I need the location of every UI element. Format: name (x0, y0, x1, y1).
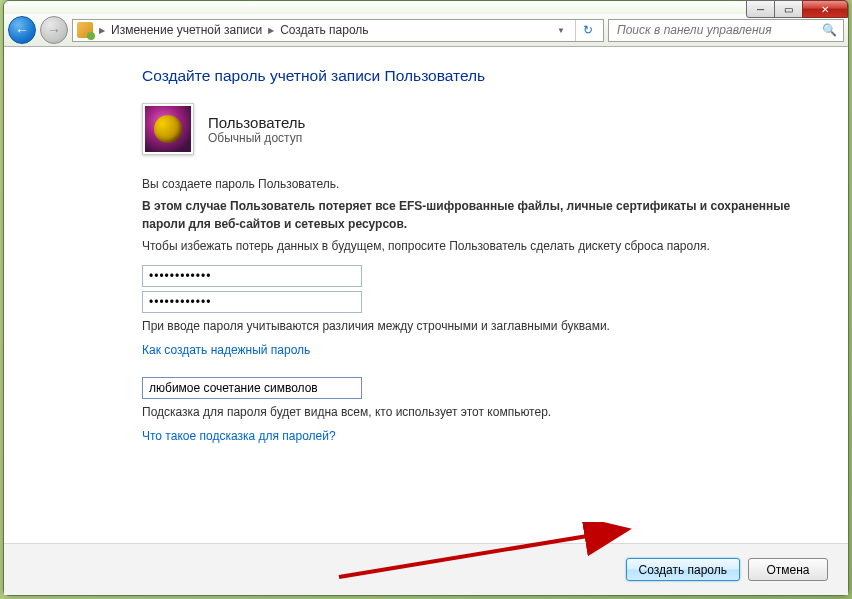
footer-bar: Создать пароль Отмена (4, 543, 848, 595)
password-inputs (142, 265, 810, 313)
window-frame: ─ ▭ ✕ ← → ▶ Изменение учетной записи ▶ С… (3, 0, 849, 596)
password-hint-input[interactable] (142, 377, 362, 399)
confirm-password-input[interactable] (142, 291, 362, 313)
user-name-label: Пользователь (208, 114, 305, 131)
hint-help-link[interactable]: Что такое подсказка для паролей? (142, 429, 336, 443)
avatar (142, 103, 194, 155)
control-panel-icon (77, 22, 93, 38)
chevron-right-icon: ▶ (268, 26, 274, 35)
user-type-label: Обычный доступ (208, 131, 305, 145)
address-bar[interactable]: ▶ Изменение учетной записи ▶ Создать пар… (72, 19, 604, 42)
chevron-right-icon: ▶ (99, 26, 105, 35)
titlebar: ─ ▭ ✕ (4, 1, 848, 14)
toolbar: ← → ▶ Изменение учетной записи ▶ Создать… (4, 14, 848, 47)
search-box[interactable]: 🔍 (608, 19, 844, 42)
window-controls: ─ ▭ ✕ (747, 0, 848, 18)
hint-visibility-note: Подсказка для пароля будет видна всем, к… (142, 403, 810, 421)
refresh-button[interactable]: ↻ (575, 20, 599, 41)
case-sensitivity-note: При вводе пароля учитываются различия ме… (142, 317, 810, 335)
new-password-input[interactable] (142, 265, 362, 287)
content-area: Создайте пароль учетной записи Пользоват… (4, 47, 848, 595)
close-button[interactable]: ✕ (802, 0, 848, 18)
info-line: Вы создаете пароль Пользователь. (142, 175, 810, 193)
cancel-button[interactable]: Отмена (748, 558, 828, 581)
breadcrumb-item[interactable]: Создать пароль (280, 23, 368, 37)
avatar-image (145, 106, 191, 152)
strong-password-link[interactable]: Как создать надежный пароль (142, 343, 310, 357)
maximize-button[interactable]: ▭ (774, 0, 803, 18)
breadcrumb-item[interactable]: Изменение учетной записи (111, 23, 262, 37)
nav-back-button[interactable]: ← (8, 16, 36, 44)
search-icon[interactable]: 🔍 (822, 23, 837, 37)
warning-line: В этом случае Пользователь потеряет все … (142, 197, 810, 233)
info-line: Чтобы избежать потерь данных в будущем, … (142, 237, 810, 255)
search-input[interactable] (615, 22, 822, 38)
user-summary: Пользователь Обычный доступ (142, 103, 810, 155)
create-password-button[interactable]: Создать пароль (626, 558, 740, 581)
nav-forward-button[interactable]: → (40, 16, 68, 44)
page-title: Создайте пароль учетной записи Пользоват… (142, 67, 810, 85)
minimize-button[interactable]: ─ (746, 0, 775, 18)
chevron-down-icon[interactable]: ▼ (553, 26, 569, 35)
